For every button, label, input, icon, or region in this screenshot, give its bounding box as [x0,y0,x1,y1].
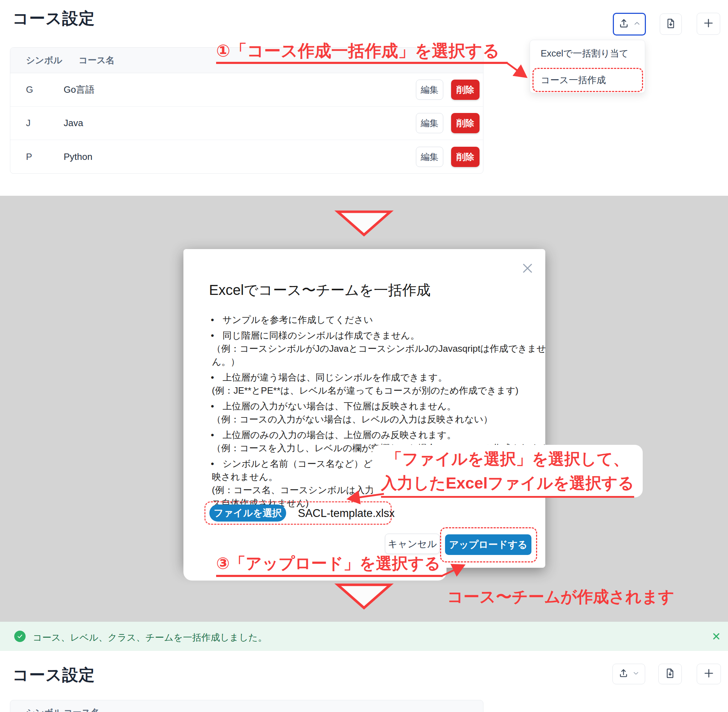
course-symbol: J [26,117,64,129]
edit-button[interactable]: 編集 [416,113,443,133]
course-name: Go言語 [64,83,95,96]
course-name: Python [64,151,92,162]
table-row: G Go言語 編集 削除 [10,73,483,107]
upload-menu-button[interactable] [613,13,646,36]
cancel-button[interactable]: キャンセル [385,534,440,554]
close-icon[interactable] [520,260,535,276]
edit-button[interactable]: 編集 [416,80,443,100]
chevron-down-icon [632,669,640,679]
table-row: J Java 編集 削除 [10,107,483,140]
instruction-example: (例：JE**とPE**は、レベル名が違ってもコースが別のため作成できます) [183,384,545,397]
column-header-symbol: シンボル [26,707,62,712]
instruction-item: 上位層の入力がない場合は、下位層は反映されません。 [183,400,545,413]
delete-button[interactable]: 削除 [451,80,480,100]
delete-button[interactable]: 削除 [451,113,480,133]
course-name: Java [64,117,83,129]
annotation-step3: ③「アップロード」を選択する [216,553,441,574]
instruction-item: 上位層が違う場合は、同じシンボルを作成できます。 [183,371,545,384]
instruction-item: サンプルを参考に作成してください [183,313,545,326]
annotation-step2-line2: 入力したExcelファイルを選択する [381,473,634,498]
banner-close-icon[interactable] [710,630,722,642]
chevron-up-icon [633,19,641,29]
step3-highlight-box [440,527,537,562]
annotation-step1: ①「コース作成一括作成」を選択する [216,40,499,62]
plus-icon [703,667,715,681]
upload-icon [618,668,629,680]
column-header-name: コース名 [64,707,100,712]
instruction-example: （例：コースの入力がない場合は、レベルの入力は反映されない） [183,413,545,426]
menu-item-excel-bulk-assign[interactable]: Excelで一括割り当て [530,40,645,67]
instruction-item: 同じ階層に同様のシンボルは作成できません。 [183,329,545,342]
instruction-example: （例：コースシンボルがJのJavaとコースシンボルJのJavasqriptは作成… [183,342,545,355]
selected-file-name: SACL-template.xlsx [298,507,395,520]
file-download-icon [664,668,676,680]
edit-button[interactable]: 編集 [416,147,443,167]
course-symbol: P [26,151,64,162]
table-row: P Python 編集 削除 [10,140,483,174]
delete-button[interactable]: 削除 [451,147,480,167]
add-course-button[interactable] [697,664,721,684]
instruction-item: 上位層のみの入力の場合は、上位層のみ反映されます。 [183,429,545,442]
upload-dropdown-menu: Excelで一括割り当て コース一括作成 [530,40,645,93]
upload-menu-button[interactable] [612,664,645,684]
top-screenshot-section: コース設定 Excelで一括割り当て コース一括作成 [0,0,728,196]
file-download-icon [665,18,676,31]
table-header: シンボル コース名 [10,700,483,712]
course-symbol: G [26,84,64,95]
page-title: コース設定 [12,8,95,29]
step1-highlight-box [532,68,643,92]
tutorial-composite: コース設定 Excelで一括割り当て コース一括作成 [0,0,728,712]
file-select-button[interactable]: ファイルを選択 [209,504,286,522]
download-template-button[interactable] [660,13,682,35]
instruction-example: ん。） [183,355,545,368]
upload-icon [618,18,630,31]
column-header-name: コース名 [79,54,114,66]
modal-title: Excelでコース〜チームを一括作成 [209,280,545,300]
success-message: コース、レベル、クラス、チームを一括作成しました。 [33,631,267,644]
annotation-step2-line1: 「ファイルを選択」を選択して、 [373,448,643,470]
plus-icon [702,17,715,31]
add-course-button[interactable] [697,13,720,35]
annotation-result: コース〜チームが作成されます [447,586,675,608]
annotation-step2: 「ファイルを選択」を選択して、 入力したExcelファイルを選択する [373,445,643,497]
page-title: コース設定 [12,665,95,686]
course-table: シンボル コース名 G Go言語 編集 削除 J Java 編集 削除 [10,47,483,174]
download-template-button[interactable] [658,664,682,684]
success-check-icon [14,630,25,642]
column-header-symbol: シンボル [26,54,62,66]
